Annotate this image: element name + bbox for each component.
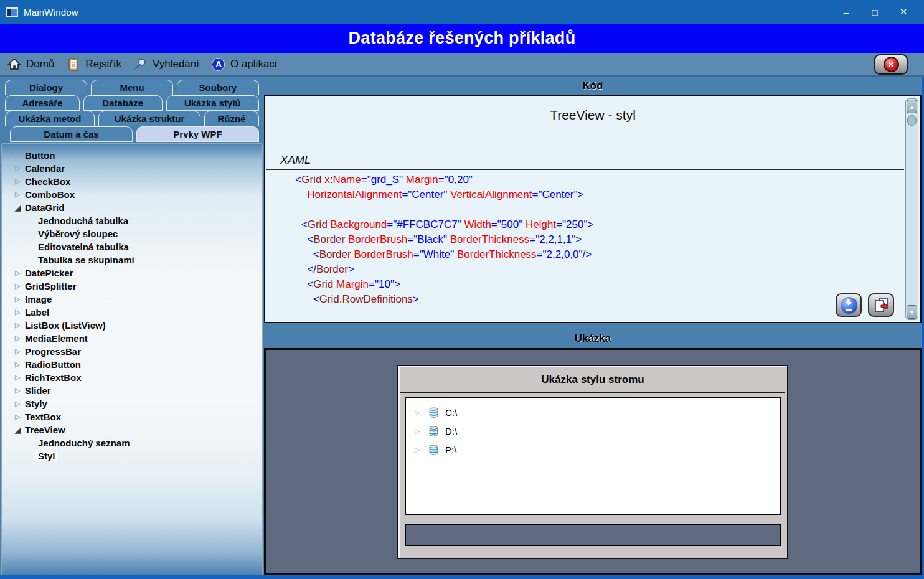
minimize-button[interactable]: – (832, 2, 860, 21)
tree-item-label: Tabulka se skupinami (36, 255, 136, 265)
expand-icon[interactable]: ▷ (15, 400, 25, 408)
tab-dialogy[interactable]: Dialogy (5, 80, 87, 95)
code-lines: <Grid x:Name="grd_S" Margin="0,20" Horiz… (265, 172, 920, 307)
drive-label: D:\ (445, 426, 457, 436)
tab-adresare[interactable]: Adresáře (5, 95, 80, 111)
scrollbar-thumb[interactable] (907, 115, 917, 126)
about-icon: A (212, 57, 225, 71)
tree-item-label: Label (25, 307, 49, 318)
code-line: <Border BorderBrush="Black" BorderThickn… (278, 232, 920, 247)
tree-item-label: ListBox (ListView) (25, 320, 106, 331)
tab-soubory[interactable]: Soubory (177, 80, 259, 95)
tree-item-listbox-listview[interactable]: ▷ListBox (ListView) (5, 319, 259, 332)
tree-item-gridsplitter[interactable]: ▷GridSplitter (5, 280, 259, 293)
tab-ukazka-metod[interactable]: Ukázka metod (5, 111, 95, 126)
code-scrollbar[interactable]: ▲ ▼ (905, 98, 918, 320)
tree-item-label: Styly (25, 398, 47, 409)
collapse-icon[interactable]: ◢ (15, 426, 25, 435)
tree-item-richtextbox[interactable]: ▷RichTextBox (5, 371, 259, 384)
tree-item-jednoduchy-seznam[interactable]: Jednoduchý seznam (5, 436, 259, 450)
scroll-up-button[interactable]: ▲ (907, 100, 917, 113)
tab-ukazka-struktur[interactable]: Ukázka struktur (98, 111, 200, 126)
expand-icon[interactable]: ▷ (15, 334, 25, 342)
preview-tree-item-c[interactable]: ▷ C:\ (406, 403, 780, 421)
tab-rows: DialogyMenuSouboryAdresářeDatabázeUkázka… (0, 80, 264, 142)
tree-item-vyberovy-sloupec[interactable]: Výběrový sloupec (5, 227, 259, 240)
toolbar-item-home[interactable]: Domů (5, 56, 59, 72)
toolbar-item-search[interactable]: Vyhledání (131, 56, 204, 72)
tree-item-tabulka-se-skupinami[interactable]: Tabulka se skupinami (5, 253, 259, 266)
toolbar-item-about[interactable]: A O aplikaci (209, 56, 282, 72)
tab-datum-a-cas[interactable]: Datum a čas (10, 126, 133, 142)
tree-item-button[interactable]: ▷Button (5, 149, 259, 162)
main-content: DialogyMenuSouboryAdresářeDatabázeUkázka… (0, 77, 924, 579)
expand-icon[interactable]: ▷ (15, 374, 25, 382)
tree-item-styl[interactable]: Styl (5, 450, 259, 463)
left-panel: DialogyMenuSouboryAdresářeDatabázeUkázka… (0, 77, 264, 575)
tree-item-textbox[interactable]: ▷TextBox (5, 410, 259, 423)
preview-tree-item-d[interactable]: ▷ D:\ (406, 421, 780, 440)
database-cylinder-icon (428, 444, 440, 456)
tab-menu[interactable]: Menu (91, 80, 173, 95)
tree-item-label: TreeView (25, 425, 65, 435)
preview-panel: Ukázka stylu stromu ▷ C:\▷ D:\▷ P:\ (264, 348, 922, 575)
expand-icon[interactable]: ▷ (15, 282, 25, 290)
tree-item-jednoducha-tabulka[interactable]: Jednoduchá tabulka (5, 214, 259, 227)
toolbar-item-index[interactable]: Rejstřík (64, 56, 126, 72)
scroll-down-button[interactable]: ▼ (907, 305, 917, 319)
tree-item-mediaelement[interactable]: ▷MediaElement (5, 332, 259, 345)
tree-item-calendar[interactable]: ▷Calendar (5, 162, 259, 175)
code-title: TreeView - styl (265, 108, 920, 123)
expand-icon[interactable]: ▷ (15, 347, 25, 355)
tree-item-label[interactable]: ▷Label (5, 306, 259, 319)
preview-demo-title: Ukázka stylu stromu (398, 366, 787, 392)
close-button[interactable]: ✕ (889, 2, 918, 21)
code-line: <Grid Margin="10"> (278, 277, 920, 292)
expand-icon[interactable]: ▷ (15, 269, 25, 277)
expand-icon[interactable]: ▷ (415, 427, 422, 435)
copy-code-button[interactable] (868, 293, 894, 317)
tab-prvky-wpf[interactable]: Prvky WPF (136, 126, 259, 142)
tree-item-editovatelna-tabulka[interactable]: Editovatelná tabulka (5, 240, 259, 253)
preview-tree: ▷ C:\▷ D:\▷ P:\ (405, 397, 781, 515)
expand-icon[interactable]: ▷ (15, 360, 25, 369)
expand-icon[interactable]: ▷ (15, 295, 25, 303)
tree-item-datagrid[interactable]: ◢DataGrid (5, 201, 259, 214)
tree-item-progressbar[interactable]: ▷ProgressBar (5, 345, 259, 358)
main-window: MainWindow – □ ✕ Databáze řešených příkl… (0, 0, 924, 579)
maximize-button[interactable]: □ (860, 2, 889, 21)
tab-ruzne[interactable]: Různé (204, 111, 259, 126)
tab-ukazka-stylu[interactable]: Ukázka stylů (166, 95, 259, 111)
tree-item-radiobutton[interactable]: ▷RadioButton (5, 358, 259, 371)
expand-icon[interactable]: ▷ (15, 413, 25, 421)
tree-item-combobox[interactable]: ▷ComboBox (5, 188, 259, 201)
app-title: Databáze řešených příkladů (349, 29, 576, 48)
tree-item-label: Styl (36, 451, 57, 461)
maximize-icon: □ (872, 7, 877, 17)
expand-icon[interactable]: ▷ (15, 177, 25, 186)
tree-item-styly[interactable]: ▷Styly (5, 397, 259, 410)
preview-tree-item-p[interactable]: ▷ P:\ (406, 440, 780, 459)
expand-icon[interactable]: ▷ (15, 164, 25, 172)
code-line (278, 202, 920, 217)
tree-item-datepicker[interactable]: ▷DatePicker (5, 266, 259, 280)
tree-item-slider[interactable]: ▷Slider (5, 384, 259, 397)
tree-item-label: TextBox (25, 412, 61, 422)
exit-button[interactable]: ✕ (874, 54, 908, 75)
expand-icon[interactable]: ▷ (415, 408, 422, 417)
tree-item-checkbox[interactable]: ▷CheckBox (5, 175, 259, 188)
expand-icon[interactable]: ▷ (15, 387, 25, 395)
expand-icon[interactable]: ▷ (15, 151, 25, 159)
toolbar-item-label: O aplikaci (230, 58, 277, 70)
expand-icon[interactable]: ▷ (415, 446, 422, 454)
expand-icon[interactable]: ▷ (15, 191, 25, 199)
expand-icon[interactable]: ▷ (15, 321, 25, 329)
tree-item-label: Jednoduchý seznam (36, 438, 132, 448)
expand-icon[interactable]: ▷ (15, 308, 25, 316)
tab-row: AdresářeDatabázeUkázka stylů (0, 95, 264, 111)
download-code-button[interactable] (836, 293, 862, 317)
tab-databaze[interactable]: Databáze (83, 95, 163, 111)
tree-item-image[interactable]: ▷Image (5, 293, 259, 306)
tree-item-treeview[interactable]: ◢TreeView (5, 423, 259, 436)
collapse-icon[interactable]: ◢ (15, 204, 25, 212)
